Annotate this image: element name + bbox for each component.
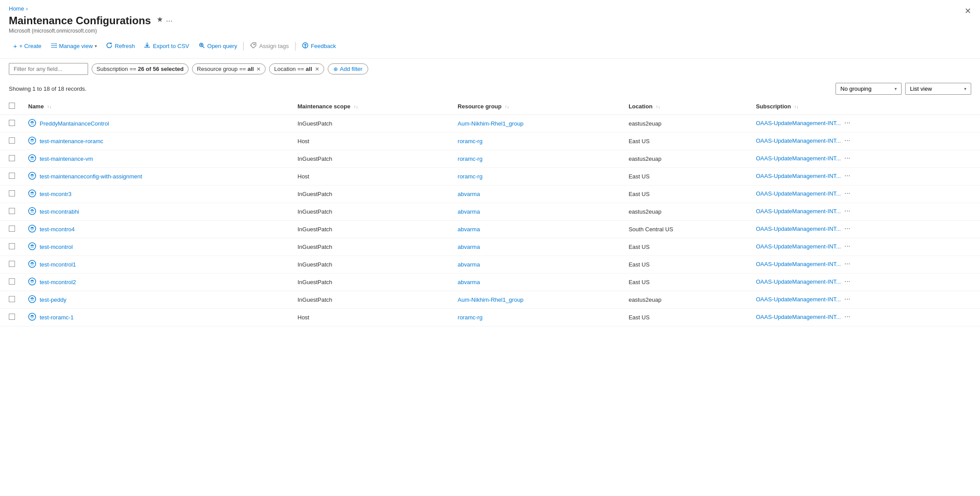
row-checkbox-5[interactable] xyxy=(9,208,15,214)
row-name-cell-11: test-roramc-1 xyxy=(19,309,289,326)
row-name-link-0[interactable]: PreddyMantainanceControl xyxy=(40,120,109,127)
row-more-btn-0[interactable]: ··· xyxy=(843,119,852,127)
row-sub-cell-5: OAAS-UpdateManagement-INT... ··· xyxy=(747,203,980,219)
export-csv-label: Export to CSV xyxy=(153,43,189,49)
row-checkbox-cell xyxy=(0,185,19,203)
rg-sort-icon[interactable]: ↑↓ xyxy=(505,104,509,109)
row-name-link-9[interactable]: test-mcontrol2 xyxy=(40,279,76,285)
name-sort-icon[interactable]: ↑↓ xyxy=(47,104,52,109)
row-sub-link-11[interactable]: OAAS-UpdateManagement-INT... xyxy=(756,314,841,320)
row-checkbox-6[interactable] xyxy=(9,226,15,232)
more-options-icon[interactable]: ··· xyxy=(166,16,173,26)
subscription-filter-tag[interactable]: Subscription == 26 of 56 selected xyxy=(92,63,189,74)
row-checkbox-10[interactable] xyxy=(9,296,15,302)
row-checkbox-2[interactable] xyxy=(9,155,15,161)
row-rg-cell-8: abvarma xyxy=(449,256,620,274)
row-checkbox-11[interactable] xyxy=(9,314,15,320)
grouping-dropdown[interactable]: No grouping ▾ xyxy=(836,83,902,95)
row-rg-link-4[interactable]: abvarma xyxy=(458,191,480,197)
row-more-btn-7[interactable]: ··· xyxy=(843,242,852,250)
filter-input[interactable] xyxy=(9,63,88,75)
row-checkbox-9[interactable] xyxy=(9,278,15,285)
row-rg-link-3[interactable]: roramc-rg xyxy=(458,173,482,180)
row-checkbox-1[interactable] xyxy=(9,137,15,144)
row-sub-link-5[interactable]: OAAS-UpdateManagement-INT... xyxy=(756,208,841,215)
row-scope-cell-1: Host xyxy=(289,133,449,150)
row-rg-link-8[interactable]: abvarma xyxy=(458,261,480,268)
row-sub-link-9[interactable]: OAAS-UpdateManagement-INT... xyxy=(756,278,841,285)
refresh-button[interactable]: Refresh xyxy=(101,39,140,53)
resource-group-filter-remove[interactable]: ✕ xyxy=(256,66,261,72)
row-name-link-6[interactable]: test-mcontro4 xyxy=(40,226,74,233)
row-more-btn-3[interactable]: ··· xyxy=(843,172,852,180)
col-header-subscription[interactable]: Subscription ↑↓ xyxy=(747,98,980,115)
row-checkbox-cell xyxy=(0,168,19,185)
row-rg-link-0[interactable]: Aum-Nikhim-Rhel1_group xyxy=(458,120,524,127)
sub-sort-icon[interactable]: ↑↓ xyxy=(794,104,799,109)
open-query-button[interactable]: Open query xyxy=(194,39,242,53)
resource-icon-7 xyxy=(28,242,36,252)
row-name-link-4[interactable]: test-mcontr3 xyxy=(40,191,71,197)
row-sub-link-10[interactable]: OAAS-UpdateManagement-INT... xyxy=(756,296,841,303)
row-name-link-2[interactable]: test-maintenance-vm xyxy=(40,155,93,162)
row-more-btn-8[interactable]: ··· xyxy=(843,260,852,268)
col-header-name[interactable]: Name ↑↓ xyxy=(19,98,289,115)
row-sub-link-3[interactable]: OAAS-UpdateManagement-INT... xyxy=(756,173,841,179)
col-header-rg[interactable]: Resource group ↑↓ xyxy=(449,98,620,115)
row-more-btn-5[interactable]: ··· xyxy=(843,207,852,215)
col-header-location[interactable]: Location ↑↓ xyxy=(620,98,747,115)
breadcrumb-home[interactable]: Home xyxy=(9,5,24,12)
col-header-scope[interactable]: Maintenance scope ↑↓ xyxy=(289,98,449,115)
feedback-button[interactable]: Feedback xyxy=(297,39,340,53)
row-checkbox-7[interactable] xyxy=(9,243,15,249)
row-checkbox-4[interactable] xyxy=(9,190,15,196)
row-sub-link-1[interactable]: OAAS-UpdateManagement-INT... xyxy=(756,137,841,144)
row-checkbox-8[interactable] xyxy=(9,261,15,267)
row-more-btn-2[interactable]: ··· xyxy=(843,154,852,162)
row-name-link-10[interactable]: test-peddy xyxy=(40,296,67,303)
row-name-link-8[interactable]: test-mcontrol1 xyxy=(40,261,76,268)
location-filter-tag[interactable]: Location == all ✕ xyxy=(269,63,324,74)
row-name-link-3[interactable]: test-maintenanceconfig-with-assignment xyxy=(40,173,142,180)
row-sub-link-7[interactable]: OAAS-UpdateManagement-INT... xyxy=(756,243,841,250)
row-rg-link-9[interactable]: abvarma xyxy=(458,279,480,285)
location-filter-remove[interactable]: ✕ xyxy=(315,66,319,72)
row-more-btn-6[interactable]: ··· xyxy=(843,225,852,233)
row-rg-link-1[interactable]: roramc-rg xyxy=(458,138,482,144)
row-sub-link-6[interactable]: OAAS-UpdateManagement-INT... xyxy=(756,226,841,232)
row-rg-link-7[interactable]: abvarma xyxy=(458,244,480,250)
row-more-btn-11[interactable]: ··· xyxy=(843,313,852,321)
row-rg-link-11[interactable]: roramc-rg xyxy=(458,314,482,321)
add-filter-button[interactable]: ⊕ Add filter xyxy=(328,63,368,74)
resource-group-filter-tag[interactable]: Resource group == all ✕ xyxy=(192,63,266,74)
row-name-link-11[interactable]: test-roramc-1 xyxy=(40,314,74,321)
row-rg-link-5[interactable]: abvarma xyxy=(458,208,480,215)
manage-view-button[interactable]: Manage view ▾ xyxy=(46,39,101,53)
row-rg-cell-0: Aum-Nikhim-Rhel1_group xyxy=(449,115,620,133)
row-sub-link-4[interactable]: OAAS-UpdateManagement-INT... xyxy=(756,190,841,197)
assign-tags-button[interactable]: Assign tags xyxy=(245,39,293,53)
row-checkbox-0[interactable] xyxy=(9,120,15,126)
row-sub-link-2[interactable]: OAAS-UpdateManagement-INT... xyxy=(756,155,841,162)
row-more-btn-1[interactable]: ··· xyxy=(843,137,852,144)
export-csv-button[interactable]: Export to CSV xyxy=(139,39,193,53)
row-name-link-5[interactable]: test-mcontrabhi xyxy=(40,208,79,215)
row-more-btn-10[interactable]: ··· xyxy=(843,295,852,303)
scope-sort-icon[interactable]: ↑↓ xyxy=(354,104,358,109)
view-dropdown[interactable]: List view ▾ xyxy=(905,83,971,95)
row-more-btn-9[interactable]: ··· xyxy=(843,278,852,285)
row-rg-link-10[interactable]: Aum-Nikhim-Rhel1_group xyxy=(458,296,524,303)
create-button[interactable]: + + Create xyxy=(9,40,46,52)
row-more-btn-4[interactable]: ··· xyxy=(843,189,852,197)
row-name-link-7[interactable]: test-mcontrol xyxy=(40,244,73,250)
pin-icon[interactable] xyxy=(155,16,163,25)
location-sort-icon[interactable]: ↑↓ xyxy=(656,104,660,109)
row-checkbox-3[interactable] xyxy=(9,173,15,179)
row-name-link-1[interactable]: test-maintenance-roramc xyxy=(40,138,104,144)
row-sub-link-8[interactable]: OAAS-UpdateManagement-INT... xyxy=(756,261,841,267)
row-rg-link-2[interactable]: roramc-rg xyxy=(458,155,482,162)
close-button[interactable]: ✕ xyxy=(965,6,971,16)
row-rg-link-6[interactable]: abvarma xyxy=(458,226,480,233)
select-all-checkbox[interactable] xyxy=(9,103,15,109)
row-sub-link-0[interactable]: OAAS-UpdateManagement-INT... xyxy=(756,120,841,126)
